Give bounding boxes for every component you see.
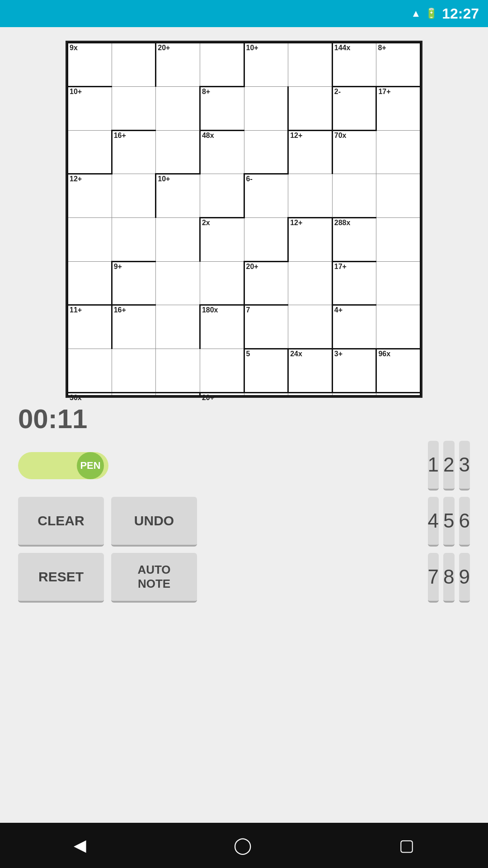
cell-7-3[interactable]	[200, 349, 244, 393]
cell-5-1[interactable]: 9+	[112, 261, 156, 305]
cell-3-7[interactable]	[376, 174, 421, 218]
cell-2-1[interactable]: 16+	[112, 130, 156, 174]
cell-3-2[interactable]: 10+	[156, 174, 200, 218]
puzzle-grid[interactable]: 9x 20+ 10+ 144x 8+ 10+ 8+ 2- 17+	[66, 41, 422, 398]
cell-1-6[interactable]: 2-	[332, 86, 376, 130]
cell-0-6[interactable]: 144x	[332, 43, 376, 87]
game-timer: 00:11	[18, 403, 87, 434]
pen-toggle[interactable]: PEN	[18, 452, 108, 479]
cell-5-3[interactable]	[200, 261, 244, 305]
num-btn-9[interactable]: 9	[459, 553, 470, 603]
cell-7-1[interactable]	[112, 349, 156, 393]
cell-7-2[interactable]	[156, 349, 200, 393]
cell-4-2[interactable]	[156, 217, 200, 261]
cell-6-6[interactable]: 4+	[332, 305, 376, 349]
cell-3-1[interactable]	[112, 174, 156, 218]
cell-7-5[interactable]: 24x	[288, 349, 333, 393]
cell-2-0[interactable]	[68, 130, 112, 174]
cell-6-0[interactable]: 11+	[68, 305, 112, 349]
cell-0-4[interactable]: 10+	[244, 43, 288, 87]
back-button[interactable]: ◀	[74, 836, 86, 855]
cell-8-6[interactable]	[332, 393, 376, 396]
num-btn-7[interactable]: 7	[428, 553, 439, 603]
cell-0-2[interactable]: 20+	[156, 43, 200, 87]
auto-note-button[interactable]: AUTONOTE	[111, 553, 197, 603]
cell-3-6[interactable]	[332, 174, 376, 218]
cell-5-2[interactable]	[156, 261, 200, 305]
cell-6-4[interactable]: 7	[244, 305, 288, 349]
grid-row-4: 2x 12+ 288x	[68, 217, 421, 261]
cell-6-5[interactable]	[288, 305, 333, 349]
cell-0-7[interactable]: 8+	[376, 43, 421, 87]
cell-7-7[interactable]: 96x	[376, 349, 421, 393]
cell-1-3[interactable]: 8+	[200, 86, 244, 130]
cell-4-5[interactable]: 12+	[288, 217, 333, 261]
cell-7-4[interactable]: 5	[244, 349, 288, 393]
grid-row-3: 12+ 10+ 6-	[68, 174, 421, 218]
cell-4-3[interactable]: 2x	[200, 217, 244, 261]
cell-8-0[interactable]: 30x	[68, 393, 112, 396]
cell-3-4[interactable]: 6-	[244, 174, 288, 218]
num-btn-5[interactable]: 5	[443, 497, 454, 547]
cell-6-3[interactable]: 180x	[200, 305, 244, 349]
cell-2-4[interactable]	[244, 130, 288, 174]
cell-7-0[interactable]	[68, 349, 112, 393]
num-btn-8[interactable]: 8	[443, 553, 454, 603]
num-btn-3[interactable]: 3	[459, 441, 470, 491]
recents-button[interactable]: ▢	[399, 836, 414, 855]
cell-0-3[interactable]	[200, 43, 244, 87]
cell-3-0[interactable]: 12+	[68, 174, 112, 218]
cell-8-3[interactable]: 20+	[200, 393, 244, 396]
cell-4-1[interactable]	[112, 217, 156, 261]
cell-6-7[interactable]	[376, 305, 421, 349]
cell-8-2[interactable]	[156, 393, 200, 396]
cell-5-4[interactable]: 20+	[244, 261, 288, 305]
pen-knob: PEN	[77, 452, 104, 479]
grid-row-8: 30x 20+	[68, 393, 421, 396]
cell-3-3[interactable]	[200, 174, 244, 218]
cell-8-5[interactable]	[288, 393, 333, 396]
cell-6-1[interactable]: 16+	[112, 305, 156, 349]
cell-1-4[interactable]	[244, 86, 288, 130]
cell-2-3[interactable]: 48x	[200, 130, 244, 174]
status-bar: ▲ 🔋 12:27	[0, 0, 488, 27]
home-button[interactable]: ◯	[234, 836, 252, 855]
num-btn-4[interactable]: 4	[428, 497, 439, 547]
action-nums-row2: CLEAR UNDO 4 5 6	[18, 497, 470, 547]
cell-3-5[interactable]	[288, 174, 333, 218]
bottom-controls: PEN 1 2 3 CLEAR UNDO 4 5 6 RESET AUTONOT…	[14, 441, 474, 603]
cell-5-0[interactable]	[68, 261, 112, 305]
cell-8-7[interactable]	[376, 393, 421, 396]
num-btn-6[interactable]: 6	[459, 497, 470, 547]
cell-4-7[interactable]	[376, 217, 421, 261]
cell-7-6[interactable]: 3+	[332, 349, 376, 393]
num-btn-1[interactable]: 1	[428, 441, 439, 491]
clear-button[interactable]: CLEAR	[18, 497, 104, 547]
num-btn-2[interactable]: 2	[443, 441, 454, 491]
cell-4-0[interactable]	[68, 217, 112, 261]
cell-1-1[interactable]	[112, 86, 156, 130]
cell-1-2[interactable]	[156, 86, 200, 130]
cell-2-2[interactable]	[156, 130, 200, 174]
cell-2-5[interactable]: 12+	[288, 130, 333, 174]
cell-1-0[interactable]: 10+	[68, 86, 112, 130]
cell-4-4[interactable]	[244, 217, 288, 261]
cell-0-1[interactable]	[112, 43, 156, 87]
grid-table: 9x 20+ 10+ 144x 8+ 10+ 8+ 2- 17+	[67, 42, 421, 396]
cell-5-5[interactable]	[288, 261, 333, 305]
cell-8-4[interactable]	[244, 393, 288, 396]
cell-8-1[interactable]	[112, 393, 156, 396]
reset-button[interactable]: RESET	[18, 553, 104, 603]
cell-1-7[interactable]: 17+	[376, 86, 421, 130]
cell-0-0[interactable]: 9x	[68, 43, 112, 87]
cell-6-2[interactable]	[156, 305, 200, 349]
cell-4-6[interactable]: 288x	[332, 217, 376, 261]
cell-5-7[interactable]	[376, 261, 421, 305]
undo-button[interactable]: UNDO	[111, 497, 197, 547]
grid-row-2: 16+ 48x 12+ 70x	[68, 130, 421, 174]
cell-5-6[interactable]: 17+	[332, 261, 376, 305]
cell-0-5[interactable]	[288, 43, 333, 87]
cell-1-5[interactable]	[288, 86, 333, 130]
cell-2-6[interactable]: 70x	[332, 130, 376, 174]
cell-2-7[interactable]	[376, 130, 421, 174]
